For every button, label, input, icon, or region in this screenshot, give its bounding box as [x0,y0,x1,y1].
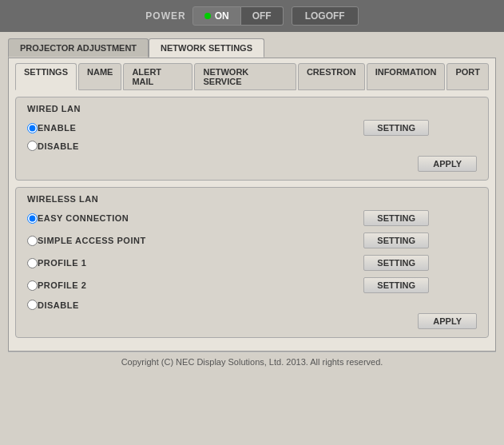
tab-settings[interactable]: SETTINGS [15,63,77,90]
wireless-apply-button[interactable]: APPLY [418,313,477,329]
tab-container: SETTINGS NAME ALERT MAIL NETWORK SERVICE… [8,58,496,352]
tab-port[interactable]: PORT [446,63,489,90]
wireless-profile2-row: PROFILE 2 SETTING [27,277,477,293]
wireless-easy-setting-wrap: SETTING [363,210,429,226]
main-content: PROJECTOR ADJUSTMENT NETWORK SETTINGS SE… [0,32,504,376]
wireless-easy-radio[interactable] [27,213,38,224]
wired-apply-row: APPLY [27,156,477,172]
wired-lan-title: WIRED LAN [27,104,477,113]
tab-crestron[interactable]: CRESTRON [298,63,365,90]
wireless-disable-label: DISABLE [38,300,79,310]
wireless-lan-title: WIRELESS LAN [27,194,477,204]
logoff-label: LOGOFF [305,10,345,22]
wireless-simple-setting-wrap: SETTING [363,232,429,248]
tab-alert-mail[interactable]: ALERT MAIL [123,63,192,90]
wireless-profile1-row: PROFILE 1 SETTING [27,255,477,271]
wired-enable-row: ENABLE SETTING [27,120,477,136]
wireless-profile2-label: PROFILE 2 [38,280,86,290]
footer: Copyright (C) NEC Display Solutions, Ltd… [8,352,496,370]
secondary-tab-row: SETTINGS NAME ALERT MAIL NETWORK SERVICE… [15,63,489,90]
tab-network-service[interactable]: NETWORK SERVICE [194,63,296,90]
wired-disable-label: DISABLE [38,141,79,151]
wireless-profile1-label: PROFILE 1 [38,258,86,268]
power-label: POWER [145,10,185,22]
wireless-easy-setting-button[interactable]: SETTING [363,210,429,226]
power-on-indicator [204,13,211,19]
wireless-simple-setting-button[interactable]: SETTING [363,232,429,248]
wireless-profile1-setting-button[interactable]: SETTING [363,255,429,271]
wired-disable-radio[interactable] [27,141,38,151]
wireless-simple-radio[interactable] [27,236,38,246]
tab-projector-adjustment[interactable]: PROJECTOR ADJUSTMENT [8,38,149,58]
power-off-label: OFF [252,10,272,22]
power-off-button[interactable]: OFF [241,6,284,26]
wireless-lan-section: WIRELESS LAN EASY CONNECTION SETTING SIM… [15,187,489,338]
primary-tab-row: PROJECTOR ADJUSTMENT NETWORK SETTINGS [8,38,496,58]
wired-setting-btn-wrap: SETTING [363,120,429,136]
wired-lan-section: WIRED LAN ENABLE SETTING DISABLE APPLY [15,97,489,181]
wireless-easy-label: EASY CONNECTION [38,213,129,223]
wired-apply-button[interactable]: APPLY [418,156,477,172]
wireless-profile1-radio[interactable] [27,258,38,268]
wireless-simple-row: SIMPLE ACCESS POINT SETTING [27,232,477,248]
logoff-button[interactable]: LOGOFF [292,6,359,26]
wireless-profile1-setting-wrap: SETTING [363,255,429,271]
power-on-label: ON [215,10,229,22]
wireless-disable-row: DISABLE [27,300,477,310]
wireless-profile2-setting-wrap: SETTING [363,277,429,293]
tab-network-settings[interactable]: NETWORK SETTINGS [149,38,264,58]
footer-text: Copyright (C) NEC Display Solutions, Ltd… [121,357,383,367]
wired-disable-row: DISABLE [27,141,477,151]
tab-name[interactable]: NAME [78,63,121,90]
wireless-profile2-setting-button[interactable]: SETTING [363,277,429,293]
wireless-easy-row: EASY CONNECTION SETTING [27,210,477,226]
wireless-simple-label: SIMPLE ACCESS POINT [38,236,146,245]
power-on-button[interactable]: ON [192,6,241,26]
power-bar: POWER ON OFF LOGOFF [0,0,504,32]
wireless-profile2-radio[interactable] [27,280,38,291]
wireless-apply-row: APPLY [27,313,477,329]
wired-enable-label: ENABLE [38,123,76,133]
wired-enable-radio[interactable] [27,123,38,133]
wired-setting-button[interactable]: SETTING [363,120,429,136]
tab-information[interactable]: INFORMATION [367,63,446,90]
wireless-disable-radio[interactable] [27,300,38,310]
